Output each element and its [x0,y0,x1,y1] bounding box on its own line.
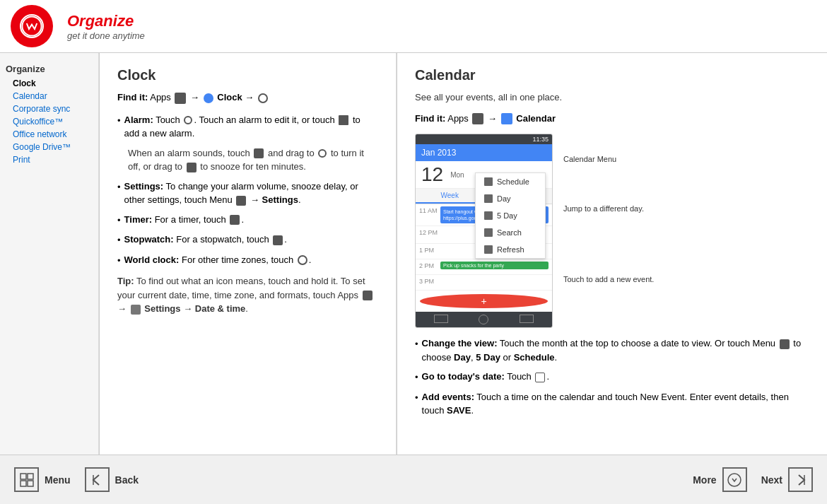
alarm-icon [184,116,192,124]
app-subtitle: get it done anytime [67,30,145,41]
calendar-find-label: Find it: [415,113,445,124]
go-today-bullet: • Go to today's date: Touch . [415,370,809,385]
back-button[interactable]: Back [85,467,139,492]
timer-text: Timer: For a timer, touch . [124,213,378,227]
motorola-logo [11,5,53,47]
next-button-icon [788,467,813,492]
app-title: Organize [67,12,145,30]
more-circle-icon [727,472,742,488]
svg-rect-2 [20,481,26,486]
stopwatch-label: Stopwatch: [124,234,174,245]
bottom-bar: Menu Back More Next [0,455,827,504]
bullet-dot-cv: • [415,337,418,351]
add-events-bullet: • Add events: Touch a time on the calend… [415,390,809,418]
time-11am: 11 AM [419,206,440,214]
add-events-text: Add events: Touch a time on the calendar… [422,390,809,418]
next-button[interactable]: Next [761,467,813,492]
clock-nav-label: Clock [217,92,242,102]
sidebar-item-office-network[interactable]: Office network [6,128,93,141]
back-label: Back [115,474,139,486]
main-container: Organize Clock Calendar Corporate sync Q… [0,53,827,455]
phone-nav-bar [416,312,552,327]
calendar-month: Jan 2013 [421,148,456,158]
clock-find-it: Find it: Apps → Clock → [117,90,378,105]
5day-icon [484,211,493,220]
add-event-fab[interactable]: + [420,294,548,308]
next-label: Next [761,474,782,486]
sidebar: Organize Clock Calendar Corporate sync Q… [0,53,99,455]
dropdown-5day[interactable]: 5 Day [476,207,545,224]
menu-button[interactable]: Menu [14,467,71,492]
calendar-tab-week[interactable]: Week [416,189,484,204]
today-icon [535,373,545,382]
clock-title: Clock [117,67,378,83]
find-it-label: Find it: [117,92,148,102]
dropdown-day[interactable]: Day [476,190,545,207]
calendar-app-icon [501,113,512,124]
timer-label: Timer: [124,214,153,225]
snooze-icon [187,163,197,172]
timer-icon [230,215,240,225]
tip-label: Tip: [117,276,134,286]
go-today-text: Go to today's date: Touch . [422,370,809,384]
sidebar-item-calendar[interactable]: Calendar [6,90,93,102]
sidebar-item-google-drive[interactable]: Google Drive™ [6,141,93,153]
stopwatch-icon [273,235,283,245]
stopwatch-bullet: • Stopwatch: For a stopwatch, touch . [117,233,378,247]
phone-ui-wrapper: 11:35 Jan 2013 12 Mon Week [415,134,553,328]
fab-area: + [416,291,552,312]
bottom-left-buttons: Menu Back [14,467,139,492]
calendar-intro: See all your events, all in one place. [415,90,809,105]
bullet-dot-ae: • [415,391,418,405]
save-bold: SAVE [447,405,471,416]
status-time: 11:35 [532,136,549,143]
phone-back-btn[interactable] [434,315,448,323]
clock-tip: Tip: To find out what an icon means, tou… [117,274,378,316]
bullet-dot-2: • [117,180,121,194]
apps-icon-2 [363,291,373,300]
sidebar-section-label: Organize [6,64,93,74]
add-events-label: Add events: [422,392,474,402]
dropdown-refresh[interactable]: Refresh [476,241,545,258]
calendar-find-it: Find it: Apps → Calendar [415,112,809,126]
stopwatch-text: Stopwatch: For a stopwatch, touch . [124,233,378,247]
header-title-block: Organize get it done anytime [67,12,145,41]
menu-icon [236,196,246,206]
bullet-dot-5: • [117,254,121,268]
clock-app-icon [204,93,213,103]
dropdown-schedule[interactable]: Schedule [476,173,545,190]
annotations-container: Calendar Menu Jump to a different day. T… [563,134,705,155]
more-button[interactable]: More [693,467,746,492]
worldclock-label: World clock: [124,254,180,265]
annotation-jump-day: Jump to a different day. [563,204,644,213]
change-view-text: Change the view: Touch the month at the … [422,336,809,364]
phone-recent-btn[interactable] [520,315,534,323]
add-icon [339,115,348,125]
sidebar-item-clock[interactable]: Clock [6,77,93,90]
dropdown-search[interactable]: Search [476,224,545,241]
calendar-title: Calendar [415,67,809,83]
5day-bold: 5 Day [476,352,500,363]
calendar-dropdown-menu: Schedule Day 5 Day Search [475,172,546,259]
sidebar-item-corporate-sync[interactable]: Corporate sync [6,102,93,115]
svg-rect-0 [20,474,26,479]
worldclock-bullet: • World clock: For other time zones, tou… [117,253,378,268]
phone-home-btn[interactable] [479,315,488,324]
settings-nav: Settings [144,303,180,314]
sidebar-item-print[interactable]: Print [6,153,93,166]
go-today-label: Go to today's date: [422,371,505,382]
time-slot-3pm: 3 PM [416,275,552,291]
back-button-icon [85,467,110,492]
clock-face-icon [258,93,268,103]
sidebar-item-quickoffice[interactable]: Quickoffice™ [6,115,93,128]
time-slot-2pm: 2 PM Pick up snacks for the party [416,259,552,275]
content-area: Clock Find it: Apps → Clock → • Alarm: T… [100,53,827,455]
empty-3pm [440,276,549,288]
annotation-add-event: Touch to add a new event. [563,275,654,283]
timer-bullet: • Timer: For a timer, touch . [117,213,378,228]
calendar-nav-label: Calendar [516,113,556,124]
alarm-sound-icon [254,148,264,158]
alarm-bullet: • Alarm: Touch . Touch an alarm to edit … [117,113,378,141]
svg-rect-3 [28,481,33,486]
change-view-label: Change the view: [422,338,498,348]
